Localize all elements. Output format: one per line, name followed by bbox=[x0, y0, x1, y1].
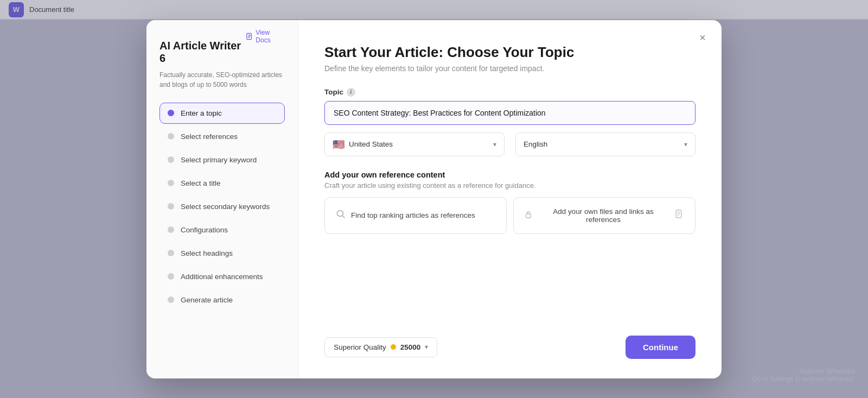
continue-button[interactable]: Continue bbox=[626, 336, 695, 359]
quality-label: Superior Quality bbox=[334, 343, 386, 351]
file-upload-icon bbox=[674, 209, 684, 222]
quality-chevron-icon: ▾ bbox=[425, 343, 428, 351]
sidebar-step-select-title[interactable]: Select a title bbox=[159, 173, 285, 194]
step-label: Select secondary keywords bbox=[181, 203, 270, 211]
ai-article-writer-modal: AI Article Writer 6 View Docs Factually … bbox=[146, 20, 722, 378]
step-label: Select references bbox=[181, 132, 238, 141]
reference-section-heading: Add your own reference content bbox=[324, 170, 695, 179]
find-articles-label: Find top ranking articles as references bbox=[351, 211, 475, 219]
sidebar-subtitle: Factually accurate, SEO-optimized articl… bbox=[159, 70, 285, 90]
sidebar-step-enter-topic[interactable]: Enter a topic bbox=[159, 103, 285, 124]
quality-dropdown[interactable]: Superior Quality 25000 ▾ bbox=[324, 337, 437, 357]
search-icon bbox=[336, 209, 346, 222]
view-docs-link[interactable]: View Docs bbox=[246, 29, 285, 44]
modal-overlay: AI Article Writer 6 View Docs Factually … bbox=[0, 0, 868, 398]
sidebar-step-select-primary-keyword[interactable]: Select primary keyword bbox=[159, 149, 285, 170]
topic-input[interactable] bbox=[324, 101, 695, 125]
sidebar-step-select-references[interactable]: Select references bbox=[159, 126, 285, 147]
step-list: Enter a topic Select references Select p… bbox=[159, 103, 285, 311]
reference-section-desc: Craft your article using existing conten… bbox=[324, 181, 695, 189]
country-flag: 🇺🇸 bbox=[333, 138, 344, 150]
bottom-row: Superior Quality 25000 ▾ Continue bbox=[324, 336, 695, 359]
language-label: English bbox=[524, 140, 680, 148]
add-files-label: Add your own files and links as referenc… bbox=[538, 207, 669, 224]
sidebar-header: AI Article Writer 6 View Docs bbox=[159, 40, 285, 67]
country-dropdown[interactable]: 🇺🇸 United States ▾ bbox=[324, 132, 505, 156]
step-dot bbox=[168, 273, 174, 280]
find-articles-button[interactable]: Find top ranking articles as references bbox=[324, 197, 507, 234]
svg-rect-6 bbox=[526, 214, 531, 218]
topic-field-label: Topic i bbox=[324, 88, 695, 97]
sidebar-step-select-secondary-keywords[interactable]: Select secondary keywords bbox=[159, 196, 285, 217]
sidebar-title: AI Article Writer 6 bbox=[159, 40, 246, 65]
locale-dropdowns-row: 🇺🇸 United States ▾ English ▾ bbox=[324, 132, 695, 156]
modal-sidebar: AI Article Writer 6 View Docs Factually … bbox=[146, 20, 298, 378]
country-chevron-icon: ▾ bbox=[493, 141, 496, 148]
topic-info-icon: i bbox=[347, 88, 355, 97]
step-dot bbox=[168, 250, 174, 256]
step-label: Generate article bbox=[181, 296, 233, 304]
step-label: Additional enhancements bbox=[181, 273, 263, 281]
lock-icon bbox=[525, 211, 532, 220]
quality-dot-icon bbox=[391, 344, 396, 350]
add-files-button[interactable]: Add your own files and links as referenc… bbox=[513, 197, 695, 234]
step-dot bbox=[168, 110, 174, 116]
sidebar-step-select-headings[interactable]: Select headings bbox=[159, 243, 285, 264]
sidebar-step-additional-enhancements[interactable]: Additional enhancements bbox=[159, 266, 285, 287]
content-title: Start Your Article: Choose Your Topic bbox=[324, 44, 695, 61]
reference-row: Find top ranking articles as references … bbox=[324, 197, 695, 234]
step-dot bbox=[168, 180, 174, 186]
content-subtitle: Define the key elements to tailor your c… bbox=[324, 64, 695, 73]
quality-tokens: 25000 bbox=[400, 343, 421, 351]
step-dot bbox=[168, 296, 174, 303]
step-label: Select headings bbox=[181, 249, 233, 257]
step-dot bbox=[168, 133, 174, 140]
step-label: Select a title bbox=[181, 179, 221, 187]
svg-line-5 bbox=[342, 216, 344, 218]
country-label: United States bbox=[349, 140, 393, 148]
step-dot bbox=[168, 203, 174, 210]
step-dot bbox=[168, 226, 174, 233]
sidebar-step-configurations[interactable]: Configurations bbox=[159, 219, 285, 241]
sidebar-step-generate-article[interactable]: Generate article bbox=[159, 289, 285, 311]
step-dot bbox=[168, 156, 174, 163]
doc-file-icon bbox=[246, 33, 253, 40]
step-label: Select primary keyword bbox=[181, 156, 257, 164]
step-label: Configurations bbox=[181, 226, 228, 234]
language-chevron-icon: ▾ bbox=[684, 141, 687, 148]
step-label: Enter a topic bbox=[181, 109, 222, 117]
modal-content: × Start Your Article: Choose Your Topic … bbox=[298, 20, 722, 378]
close-button[interactable]: × bbox=[694, 30, 711, 46]
language-dropdown[interactable]: English ▾ bbox=[515, 132, 695, 156]
